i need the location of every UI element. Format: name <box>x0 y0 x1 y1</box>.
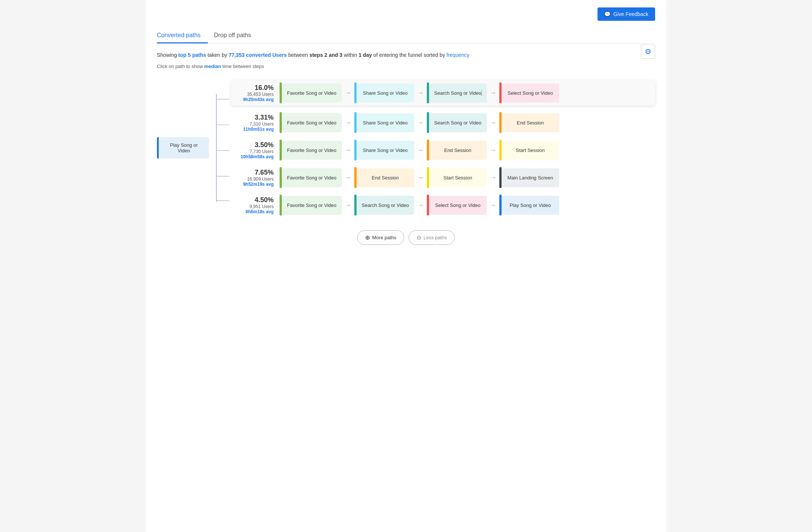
step-arrow: → <box>342 119 354 127</box>
tab-converted-paths[interactable]: Converted paths <box>157 28 208 43</box>
step-block: End Session <box>499 112 559 133</box>
step-box[interactable]: Favorite Song or Video <box>282 168 342 187</box>
step-block: End Session <box>354 167 414 188</box>
step-box[interactable]: Select Song or Video <box>429 196 487 215</box>
step-block: Start Session <box>427 167 487 188</box>
step-arrow: → <box>487 201 499 209</box>
step-box[interactable]: Favorite Song or Video <box>282 113 342 132</box>
path-pct: 16.0% <box>231 84 274 92</box>
step-arrow: → <box>414 89 427 97</box>
step-box[interactable]: Search Song or Video <box>429 113 487 132</box>
step-arrow: → <box>342 146 354 154</box>
step-block: Favorite Song or Video <box>280 140 342 160</box>
path-avg: 8h6m18s avg <box>231 209 274 214</box>
step-box[interactable]: Favorite Song or Video <box>282 196 342 215</box>
step-box[interactable]: Search Song or Video <box>357 196 414 215</box>
step-arrow: → <box>414 119 427 127</box>
step-block: Select Song or Video <box>427 195 487 215</box>
paths-container: 16.0% 35,453 Users 9h20m43s avg Favorite… <box>231 80 655 215</box>
step-color-bar <box>354 195 357 215</box>
step-box[interactable]: End Session <box>429 141 487 160</box>
step-box[interactable]: Search Song or Video⋮ <box>429 84 487 103</box>
step-arrow: → <box>414 201 427 209</box>
path-row[interactable]: 3.50% 7,730 Users 10h58m58s avg Favorite… <box>231 140 655 160</box>
step-box[interactable]: Play Song or Video <box>502 196 559 215</box>
path-stats: 16.0% 35,453 Users 9h20m43s avg <box>231 84 280 102</box>
path-users: 7,730 Users <box>231 149 274 154</box>
step-color-bar <box>354 82 357 103</box>
step-arrow: → <box>342 201 354 209</box>
chart-area: Play Song or Video 16.0% 35,453 Users 9h… <box>157 80 655 215</box>
path-avg: 9h20m43s avg <box>231 97 274 102</box>
path-stats: 3.50% 7,730 Users 10h58m58s avg <box>231 141 280 159</box>
dots-menu[interactable]: ⋮ <box>478 90 484 97</box>
step-block: Favorite Song or Video <box>280 112 342 133</box>
step-color-bar <box>354 112 357 133</box>
step-box[interactable]: Start Session <box>502 141 559 160</box>
step-block: Favorite Song or Video <box>280 167 342 188</box>
step-box[interactable]: Favorite Song or Video <box>282 84 342 103</box>
path-row[interactable]: 3.31% 7,310 Users 11h0m51s avg Favorite … <box>231 112 655 133</box>
path-steps: Favorite Song or Video→End Session→Start… <box>280 167 655 188</box>
path-stats: 7.65% 16,909 Users 9h52m19s avg <box>231 169 280 187</box>
step-color-bar <box>427 140 429 160</box>
branch-svg <box>209 80 231 215</box>
step-box[interactable]: Select Song or Video <box>502 84 559 103</box>
step-block: Share Song or Video <box>354 82 414 103</box>
tab-dropoff-paths[interactable]: Drop off paths <box>214 28 258 43</box>
step-arrow: → <box>342 89 354 97</box>
path-stats: 4.50% 9,951 Users 8h6m18s avg <box>231 196 280 214</box>
path-pct: 4.50% <box>231 196 274 204</box>
path-row[interactable]: 7.65% 16,909 Users 9h52m19s avg Favorite… <box>231 167 655 188</box>
step-color-bar <box>427 167 429 188</box>
less-paths-button[interactable]: ⊖ Less paths <box>409 230 455 245</box>
step-box[interactable]: Share Song or Video <box>357 84 414 103</box>
step-box[interactable]: Start Session <box>429 168 487 187</box>
step-box[interactable]: Main Landing Screen <box>502 168 559 187</box>
feedback-icon: 💬 <box>604 11 610 17</box>
path-avg: 9h52m19s avg <box>231 182 274 187</box>
path-steps: Favorite Song or Video→Share Song or Vid… <box>280 140 655 160</box>
tabs: Converted paths Drop off paths <box>157 28 655 43</box>
start-node: Play Song or Video <box>157 137 209 159</box>
click-hint: Click on path to show median time betwee… <box>157 64 655 69</box>
step-block: Favorite Song or Video <box>280 82 342 103</box>
step-block: Play Song or Video <box>499 195 559 215</box>
start-node-box[interactable]: Play Song or Video <box>157 137 209 159</box>
step-block: Select Song or Video <box>499 82 559 103</box>
minus-icon: ⊖ <box>416 234 421 241</box>
path-row[interactable]: 16.0% 35,453 Users 9h20m43s avg Favorite… <box>231 80 655 106</box>
step-box[interactable]: End Session <box>502 113 559 132</box>
step-color-bar <box>354 167 357 188</box>
path-steps: Favorite Song or Video→Search Song or Vi… <box>280 195 655 215</box>
branch-connector <box>209 80 231 215</box>
path-row[interactable]: 4.50% 9,951 Users 8h6m18s avg Favorite S… <box>231 195 655 215</box>
step-block: Share Song or Video <box>354 140 414 160</box>
path-avg: 11h0m51s avg <box>231 127 274 132</box>
step-arrow: → <box>487 174 499 182</box>
settings-icon[interactable]: ⚙ <box>641 45 655 59</box>
path-users: 7,310 Users <box>231 121 274 127</box>
plus-icon: ⊕ <box>365 234 370 241</box>
step-color-bar <box>499 195 502 215</box>
step-box[interactable]: Share Song or Video <box>357 141 414 160</box>
give-feedback-button[interactable]: 💬 Give Feedback <box>597 7 655 21</box>
step-block: Share Song or Video <box>354 112 414 133</box>
step-box[interactable]: Share Song or Video <box>357 113 414 132</box>
step-arrow: → <box>414 146 427 154</box>
step-box[interactable]: Favorite Song or Video <box>282 141 342 160</box>
step-color-bar <box>354 140 357 160</box>
step-box[interactable]: End Session <box>357 168 414 187</box>
step-color-bar <box>499 140 502 160</box>
step-block: End Session <box>427 140 487 160</box>
step-block: Start Session <box>499 140 559 160</box>
step-color-bar <box>499 112 502 133</box>
step-arrow: → <box>342 174 354 182</box>
path-pct: 3.50% <box>231 141 274 149</box>
more-paths-button[interactable]: ⊕ More paths <box>357 230 404 245</box>
step-color-bar <box>427 82 429 103</box>
step-block: Favorite Song or Video <box>280 195 342 215</box>
step-arrow: → <box>487 89 499 97</box>
path-steps: Favorite Song or Video→Share Song or Vid… <box>280 112 655 133</box>
step-arrow: → <box>414 174 427 182</box>
